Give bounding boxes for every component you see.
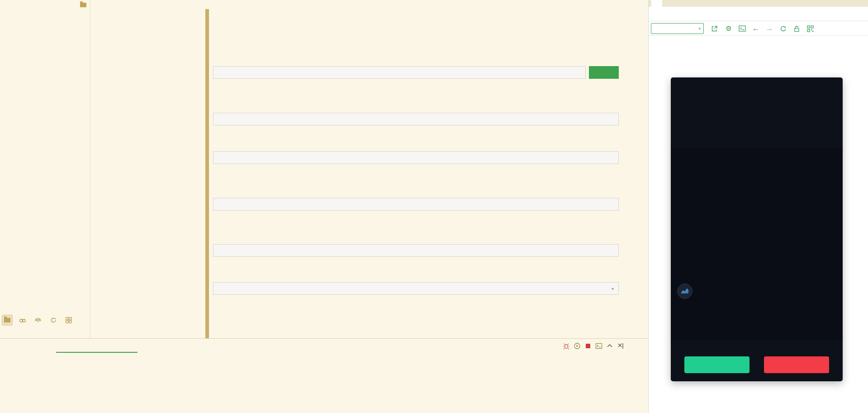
version-code-input[interactable] (213, 244, 619, 257)
device-select[interactable]: ▾ (651, 23, 704, 34)
sync-icon (50, 317, 57, 324)
browser-tab[interactable] (651, 0, 662, 7)
sync-view-button[interactable] (48, 315, 59, 326)
explorer-bottom-toolbar (2, 315, 74, 326)
terminal-icon[interactable] (595, 342, 602, 350)
grid-icon (65, 317, 72, 324)
editor-tab-bar (90, 0, 648, 9)
collapse-panel-icon[interactable] (606, 342, 613, 350)
folder-icon (4, 318, 10, 322)
app-name-input[interactable] (213, 113, 619, 125)
refresh-icon[interactable] (778, 23, 788, 34)
manifest-config-menu (90, 9, 205, 338)
chart-type-button[interactable] (677, 283, 693, 299)
gear-icon[interactable]: ⚙ (724, 23, 734, 34)
version-name-input[interactable] (213, 198, 619, 211)
sell-button[interactable] (764, 356, 829, 373)
appid-input[interactable] (213, 66, 586, 79)
restart-icon[interactable] (574, 342, 581, 350)
forward-icon[interactable]: → (764, 23, 774, 34)
chevron-down-icon: ▾ (698, 26, 701, 31)
debug-icon[interactable] (563, 342, 570, 350)
address-bar[interactable] (649, 7, 868, 21)
locate-file-icon[interactable] (80, 3, 86, 7)
open-external-icon[interactable] (709, 23, 719, 34)
active-tab-underline (56, 352, 138, 353)
scale-icon (34, 317, 42, 324)
devtools-icon[interactable] (737, 23, 747, 34)
close-panel-icon[interactable] (617, 342, 624, 350)
console-toolbar (563, 342, 624, 350)
back-icon[interactable]: ← (751, 23, 761, 34)
manifest-basic-config-form: ▾ (209, 9, 648, 338)
files-view-button[interactable] (2, 315, 13, 326)
lock-icon[interactable] (792, 23, 802, 34)
vue-version-select[interactable]: ▾ (213, 282, 619, 295)
browser-toolbar: ▾ ⚙ ← → (649, 21, 868, 36)
stop-icon[interactable] (584, 342, 592, 350)
qr-code-icon[interactable] (805, 23, 815, 34)
extensions-view-button[interactable] (63, 315, 74, 326)
search-view-button[interactable] (17, 315, 28, 326)
app-desc-input[interactable] (213, 151, 619, 164)
file-explorer-panel (0, 0, 90, 338)
area-chart-icon (680, 287, 689, 296)
console-panel (0, 338, 648, 413)
phone-simulator (671, 77, 843, 381)
bookmarks-view-button[interactable] (33, 315, 43, 326)
buy-button[interactable] (684, 356, 749, 373)
browser-tab-strip (649, 0, 868, 7)
web-browser-panel: ▾ ⚙ ← → (648, 0, 868, 413)
chevron-down-icon: ▾ (612, 286, 614, 291)
refresh-appid-button[interactable] (589, 66, 619, 79)
vertical-scrollbar[interactable] (205, 9, 209, 338)
kline-chart[interactable] (671, 148, 843, 340)
binoculars-icon (19, 317, 26, 324)
